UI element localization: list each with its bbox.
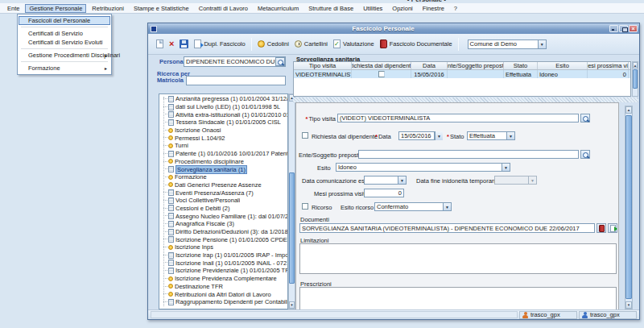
grid-header-cell[interactable]: Esito [538, 62, 588, 69]
scrollbar-thumb[interactable] [633, 69, 638, 89]
tree-item[interactable]: Iscrizione Inail (1) 01/01/2005 INAIL - … [161, 259, 287, 267]
chevron-down-icon[interactable]: ▼ [506, 132, 514, 139]
export-document-icon[interactable] [608, 223, 617, 233]
tree-item[interactable]: Cessioni e Debiti (2) [161, 205, 287, 213]
chevron-down-icon[interactable]: ▼ [538, 40, 546, 48]
grid-vertical-scrollbar[interactable]: ▲ [632, 61, 638, 97]
grid-row-selected[interactable]: VIDEOTERMINALISTA 15/05/2016 Effettuata … [294, 70, 630, 78]
data-comunicazione-field[interactable]: ▼ [364, 176, 407, 185]
search-icon[interactable] [275, 57, 285, 66]
tree-item[interactable]: Formazione [161, 173, 287, 181]
scrollbar-thumb[interactable] [625, 115, 632, 299]
tree-item[interactable]: Anagrafica Fiscale (3) [161, 220, 287, 228]
cedolini-button[interactable]: Cedolini [258, 40, 289, 48]
form-vertical-scrollbar[interactable]: ▲ ▼ [625, 106, 633, 309]
menu-gestione-personale[interactable]: Gestione Personale [25, 4, 86, 13]
tree-item[interactable]: Retribuzioni da Altri Datori di Lavoro [161, 290, 287, 298]
tree-vertical-scrollbar[interactable]: ▲ ▼ [288, 93, 295, 309]
data-field[interactable]: 15/05/2016 [398, 131, 435, 140]
minimize-icon[interactable] [609, 25, 618, 32]
fascicolo-documentale-button[interactable]: Fascicolo Documentale [380, 39, 452, 48]
menu-contratti-lavoro[interactable]: Contratti di Lavoro [195, 4, 252, 13]
grid-header-cell[interactable]: Ente/Soggetto preposto [448, 62, 504, 69]
menu-stampe-statistiche[interactable]: Stampe e Statistiche [130, 4, 193, 13]
prescrizioni-textarea[interactable] [299, 287, 617, 310]
menu-item-fascicoli-del-personale[interactable]: Fascicoli del Personale [19, 16, 110, 25]
tree-item[interactable]: Voci Collettive/Personali [161, 197, 287, 205]
matricola-input[interactable] [186, 76, 286, 85]
tree-item[interactable]: Eventi Presenza/Assenza (7) [161, 189, 287, 197]
ente-soggetto-field[interactable] [358, 150, 579, 159]
limitazioni-textarea[interactable] [299, 243, 617, 274]
chevron-down-icon[interactable]: ▼ [502, 164, 510, 171]
tree-item[interactable]: Patente (1) 01/10/2016 10/01/2017 Patent… [161, 150, 287, 158]
esito-ricorso-combobox[interactable]: Confermato▼ [374, 202, 452, 211]
scroll-down-icon[interactable]: ▼ [625, 301, 632, 309]
menu-strutture-base[interactable]: Strutture di Base [304, 4, 357, 13]
scrollbar-thumb[interactable] [289, 172, 295, 284]
tree-item[interactable]: Turni [161, 142, 287, 150]
menu-opzioni[interactable]: Opzioni [388, 4, 416, 13]
scroll-up-icon[interactable]: ▲ [633, 62, 638, 69]
grid-header-cell[interactable]: Data [411, 62, 448, 69]
menu-item-gestione-procedimenti[interactable]: Gestione Procedimenti Disciplinari ► [19, 51, 110, 60]
tree-item[interactable]: Assegno Nucleo Familiare (1): dal 01/07/… [161, 212, 287, 220]
restore-icon[interactable] [619, 25, 628, 32]
menu-metacurriculum[interactable]: Metacurriculum [254, 4, 303, 13]
tree-item[interactable]: Iscrizione Previdenziale (1) 01/01/2005 … [161, 267, 287, 275]
esito-combobox[interactable]: Idoneo▼ [336, 163, 510, 172]
menu-ente[interactable]: Ente [3, 4, 23, 13]
chevron-down-icon[interactable]: ▼ [443, 203, 451, 210]
tree-item[interactable]: Dati Generici Presenze Assenze [161, 181, 287, 189]
scroll-down-icon[interactable]: ▼ [289, 301, 295, 309]
documenti-field[interactable]: SORVEGLIANZA SANITARIA (VIDEOTERMINALIST… [299, 223, 595, 233]
tree-item[interactable]: Iscrizione Inps [161, 243, 287, 251]
tree-item[interactable]: Destinazione TFR [161, 283, 287, 291]
tree-item[interactable]: Iscrizione Previdenza Complementare [161, 275, 287, 283]
new-document-icon[interactable] [156, 39, 163, 48]
search-icon[interactable] [580, 114, 590, 122]
menu-finestre[interactable]: Finestre [419, 4, 448, 13]
chevron-down-icon[interactable]: ▼ [398, 176, 406, 184]
richiesta-checkbox[interactable] [378, 71, 385, 77]
grid-header-cell[interactable]: Richiesta dal dipendente [352, 62, 411, 69]
tree-item[interactable]: Diritto Detrazioni/Deduzioni (3): da 1/2… [161, 228, 287, 236]
search-icon[interactable] [580, 150, 590, 159]
menu-help[interactable]: ? [450, 4, 461, 13]
chevron-down-icon[interactable]: ▼ [435, 131, 443, 140]
tree-item[interactable]: Attività extra-istituzionali (1) 01/01/2… [161, 110, 287, 118]
menu-retribuzioni[interactable]: Retribuzioni [88, 4, 128, 13]
richiesta-dipendente-checkbox[interactable] [302, 132, 308, 139]
close-icon[interactable]: × [629, 25, 638, 32]
menu-item-certificati-di-servizio[interactable]: Certificati di Servizio [19, 29, 110, 38]
dupl-fascicolo-button[interactable]: Dupl. Fascicolo [194, 39, 245, 48]
menu-item-formazione[interactable]: Formazione ► [19, 64, 110, 73]
persona-combobox[interactable]: DIPENDENTE ECONOMICO DUE - 01/0 [184, 56, 286, 67]
menu-item-certificati-servizio-evoluti[interactable]: Certificati di Servizio Evoluti [19, 38, 110, 47]
tree-item[interactable]: Iscrizione Onaosi [161, 127, 287, 135]
tree-item[interactable]: Tessera Sindacale (1) 01/01/2005 CISL [161, 118, 287, 127]
valutazione-button[interactable]: ✓ Valutazione [333, 39, 374, 48]
data-fine-inidoneita-field[interactable]: ▼ [494, 176, 537, 185]
tree-item-sorveglianza-sanitaria[interactable]: Sorveglianza sanitaria (1) [161, 165, 287, 173]
cartellini-button[interactable]: Cartellini [295, 40, 328, 48]
window-titlebar[interactable]: Fascicolo Personale × [148, 23, 639, 34]
tipo-visita-field[interactable]: (VIDEOT) VIDEOTERMINALISTA [337, 114, 579, 122]
red-book-icon[interactable] [597, 223, 606, 233]
tree-item[interactable]: dati sul Livello (LED) (1) 01/01/1998 5L [161, 103, 287, 111]
grid-header-cell[interactable]: Mesi prossima vi... [588, 62, 629, 69]
tree-item[interactable]: Anzianità pregressa (1) 01/01/2004 31/12… [161, 95, 287, 103]
ente-combobox[interactable]: Comune di Demo ▼ [468, 39, 547, 49]
mesi-prossima-visita-field[interactable]: 0 [364, 189, 404, 197]
grid-header-cell[interactable]: Tipo visita [294, 62, 352, 69]
ricorso-checkbox[interactable] [302, 203, 308, 210]
menu-utilities[interactable]: Utilities [359, 4, 386, 13]
scroll-up-icon[interactable]: ▲ [625, 106, 632, 114]
grid-header-cell[interactable]: Stato [504, 62, 538, 69]
tree-item[interactable]: Iscrizione Pensione (1) 01/01/2005 CPDEL… [161, 235, 287, 243]
stato-combobox[interactable]: Effettuata▼ [467, 131, 515, 140]
tree-item[interactable]: Iscrizione Irap (1) 01/01/2005 IRAP - Im… [161, 251, 287, 259]
delete-icon[interactable]: × [169, 39, 174, 48]
tree-item[interactable]: Permessi L.104/92 [161, 134, 287, 142]
save-icon[interactable] [180, 39, 188, 48]
